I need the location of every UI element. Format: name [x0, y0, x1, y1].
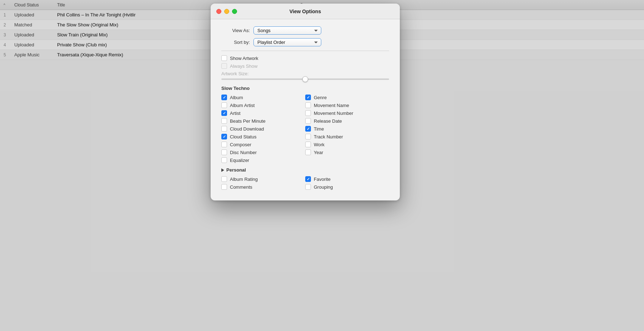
disc-number-checkbox[interactable]: [221, 149, 227, 155]
view-as-label: View As:: [221, 28, 250, 33]
personal-right-column: Favorite Grouping: [305, 176, 389, 192]
cloud-status-checkbox[interactable]: [221, 134, 227, 139]
equalizer-label: Equalizer: [230, 158, 249, 163]
album-checkbox[interactable]: [221, 95, 227, 100]
movement-name-checkbox[interactable]: [305, 102, 311, 108]
modal-body: View As: Songs Albums Artists Genres Sor…: [211, 19, 400, 200]
close-button[interactable]: [216, 9, 221, 14]
release-date-row: Release Date: [305, 118, 389, 124]
favorite-row: Favorite: [305, 176, 389, 182]
album-label: Album: [230, 95, 243, 100]
modal-titlebar: View Options: [211, 4, 400, 19]
cloud-download-label: Cloud Download: [230, 126, 264, 132]
artwork-size-section: Artwork Size:: [221, 71, 389, 80]
artwork-size-slider-thumb[interactable]: [302, 76, 308, 82]
album-artist-label: Album Artist: [230, 103, 255, 108]
personal-left-column: Album Rating Comments: [221, 176, 305, 192]
maximize-button[interactable]: [232, 9, 237, 14]
favorite-checkbox[interactable]: [305, 176, 311, 182]
album-row: Album: [221, 95, 305, 100]
disc-number-label: Disc Number: [230, 150, 257, 155]
album-artist-row: Album Artist: [221, 102, 305, 108]
bpm-checkbox[interactable]: [221, 118, 227, 124]
movement-number-checkbox[interactable]: [305, 110, 311, 116]
favorite-label: Favorite: [314, 177, 331, 182]
artwork-size-label: Artwork Size:: [221, 71, 389, 76]
artist-row: Artist: [221, 110, 305, 116]
genre-row: Genre: [305, 95, 389, 100]
album-rating-row: Album Rating: [221, 176, 305, 182]
artist-checkbox[interactable]: [221, 110, 227, 116]
album-rating-label: Album Rating: [230, 177, 258, 182]
grouping-row: Grouping: [305, 184, 389, 190]
artwork-section: Show Artwork Always Show: [221, 55, 389, 69]
time-label: Time: [314, 126, 324, 132]
view-as-select[interactable]: Songs Albums Artists Genres: [253, 26, 321, 35]
cloud-download-row: Cloud Download: [221, 126, 305, 132]
movement-number-row: Movement Number: [305, 110, 389, 116]
cloud-download-checkbox[interactable]: [221, 126, 227, 132]
view-as-select-wrapper[interactable]: Songs Albums Artists Genres: [253, 26, 321, 35]
composer-label: Composer: [230, 142, 251, 147]
artwork-size-slider-track[interactable]: [221, 78, 389, 80]
always-show-checkbox[interactable]: [221, 63, 227, 69]
view-as-row: View As: Songs Albums Artists Genres: [221, 26, 389, 35]
bpm-row: Beats Per Minute: [221, 118, 305, 124]
comments-label: Comments: [230, 184, 252, 190]
grouping-label: Grouping: [314, 184, 333, 190]
personal-section: Personal Album Rating Comments: [221, 167, 389, 192]
genre-label: Genre: [314, 95, 327, 100]
personal-grid: Album Rating Comments Favorite G: [221, 176, 389, 192]
view-options-dialog: View Options View As: Songs Albums Artis…: [211, 4, 400, 200]
equalizer-checkbox[interactable]: [221, 157, 227, 163]
comments-checkbox[interactable]: [221, 184, 227, 190]
disc-number-row: Disc Number: [221, 149, 305, 155]
composer-row: Composer: [221, 142, 305, 147]
album-rating-checkbox[interactable]: [221, 176, 227, 182]
release-date-label: Release Date: [314, 118, 342, 124]
sort-by-row: Sort by: Playlist Order Name Artist Albu…: [221, 38, 389, 46]
time-checkbox[interactable]: [305, 126, 311, 132]
show-artwork-checkbox[interactable]: [221, 55, 227, 61]
album-artist-checkbox[interactable]: [221, 102, 227, 108]
show-artwork-label: Show Artwork: [230, 56, 258, 61]
left-column: Album Album Artist Artist Beats Per Minu…: [221, 95, 305, 165]
always-show-row: Always Show: [221, 63, 389, 69]
work-checkbox[interactable]: [305, 142, 311, 147]
year-checkbox[interactable]: [305, 149, 311, 155]
show-artwork-row: Show Artwork: [221, 55, 389, 61]
triangle-icon: [221, 168, 224, 172]
personal-label: Personal: [226, 167, 246, 173]
minimize-button[interactable]: [224, 9, 229, 14]
movement-name-row: Movement Name: [305, 102, 389, 108]
work-row: Work: [305, 142, 389, 147]
time-row: Time: [305, 126, 389, 132]
always-show-label: Always Show: [230, 63, 257, 69]
track-number-row: Track Number: [305, 134, 389, 139]
genre-checkbox[interactable]: [305, 95, 311, 100]
composer-checkbox[interactable]: [221, 142, 227, 147]
track-number-label: Track Number: [314, 134, 343, 139]
sort-by-label: Sort by:: [221, 40, 250, 45]
track-number-checkbox[interactable]: [305, 134, 311, 139]
sort-by-select[interactable]: Playlist Order Name Artist Album Year: [253, 38, 321, 46]
slow-techno-heading: Slow Techno: [221, 86, 389, 91]
movement-number-label: Movement Number: [314, 111, 353, 116]
artist-label: Artist: [230, 111, 241, 116]
traffic-lights: [216, 9, 237, 14]
grouping-checkbox[interactable]: [305, 184, 311, 190]
year-row: Year: [305, 149, 389, 155]
release-date-checkbox[interactable]: [305, 118, 311, 124]
equalizer-row: Equalizer: [221, 157, 305, 163]
bpm-label: Beats Per Minute: [230, 118, 266, 124]
right-column: Genre Movement Name Movement Number Rele…: [305, 95, 389, 165]
work-label: Work: [314, 142, 324, 147]
cloud-status-label: Cloud Status: [230, 134, 256, 139]
dialog-title: View Options: [290, 9, 321, 14]
comments-row: Comments: [221, 184, 305, 190]
personal-heading: Personal: [221, 167, 389, 173]
year-label: Year: [314, 150, 323, 155]
sort-by-select-wrapper[interactable]: Playlist Order Name Artist Album Year: [253, 38, 321, 46]
movement-name-label: Movement Name: [314, 103, 349, 108]
divider-1: [221, 51, 389, 51]
